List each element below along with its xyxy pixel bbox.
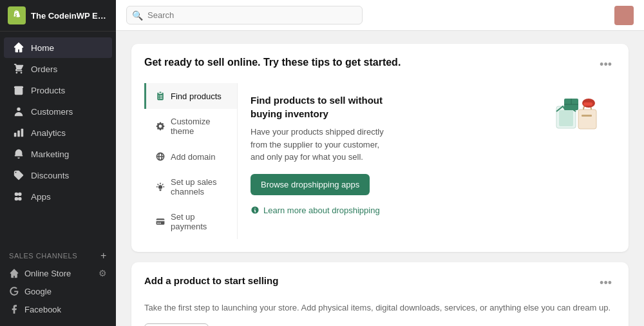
- analytics-icon: [13, 127, 24, 139]
- sidebar-item-home-label: Home: [31, 43, 54, 53]
- tip-item-payments[interactable]: Set up payments: [144, 204, 237, 239]
- sidebar-channel-google[interactable]: Google: [0, 282, 116, 300]
- sidebar-channel-facebook[interactable]: Facebook: [0, 300, 116, 318]
- topbar: 🔍: [116, 0, 644, 31]
- sidebar-item-analytics-label: Analytics: [31, 128, 66, 138]
- tips-more-icon[interactable]: •••: [596, 57, 616, 73]
- tip-label-add-domain: Add domain: [171, 152, 215, 162]
- customize-icon: [155, 121, 166, 131]
- sidebar-item-discounts-label: Discounts: [31, 171, 69, 180]
- online-store-icon: [9, 268, 19, 278]
- tip-label-find-products: Find products: [171, 91, 222, 101]
- discounts-icon: [13, 169, 24, 181]
- add-product-button[interactable]: Add product: [144, 323, 209, 327]
- tip-content-title: Find products to sell without buying inv…: [251, 93, 392, 120]
- add-product-description: Take the first step to launching your st…: [144, 302, 616, 314]
- tip-content-description: Have your products shipped directly from…: [251, 126, 392, 164]
- products-icon: [13, 84, 24, 96]
- domain-icon: [155, 151, 166, 162]
- sidebar-header: The CodeinWP Empori...: [0, 0, 116, 32]
- sidebar-item-products-label: Products: [31, 86, 65, 95]
- sidebar: The CodeinWP Empori... Home Orders Produ…: [0, 0, 116, 326]
- marketing-icon: [13, 148, 24, 160]
- svg-rect-8: [583, 102, 592, 106]
- main-wrapper: 🔍 Get ready to sell online. Try these ti…: [116, 0, 644, 326]
- sidebar-item-marketing-label: Marketing: [31, 149, 69, 159]
- content-area: Get ready to sell online. Try these tips…: [116, 31, 644, 326]
- find-products-icon: [155, 91, 166, 101]
- facebook-label: Facebook: [24, 305, 61, 314]
- tip-label-sales-channels: Set up sales channels: [171, 177, 228, 197]
- search-bar: 🔍: [126, 6, 363, 24]
- tips-card-header: Get ready to sell online. Try these tips…: [144, 57, 616, 73]
- sidebar-item-analytics[interactable]: Analytics: [4, 122, 112, 143]
- sales-channels-icon: [155, 182, 166, 192]
- tips-list: Find products Customize theme Add domain: [144, 83, 238, 239]
- sidebar-channel-online-store[interactable]: Online Store ⚙: [0, 264, 116, 282]
- online-store-label: Online Store: [24, 269, 71, 278]
- svg-rect-1: [559, 110, 573, 126]
- tips-card: Get ready to sell online. Try these tips…: [131, 44, 629, 252]
- payments-icon: [155, 216, 166, 227]
- search-input[interactable]: [126, 6, 363, 24]
- tip-item-sales-channels[interactable]: Set up sales channels: [144, 169, 237, 204]
- sidebar-item-discounts[interactable]: Discounts: [4, 165, 112, 186]
- sidebar-item-orders[interactable]: Orders: [4, 59, 112, 79]
- sidebar-item-products[interactable]: Products: [4, 80, 112, 101]
- store-name: The CodeinWP Empori...: [31, 11, 108, 21]
- sidebar-item-customers-label: Customers: [31, 107, 73, 117]
- search-icon: 🔍: [132, 10, 143, 21]
- active-tip-content: Find products to sell without buying inv…: [238, 83, 616, 239]
- sidebar-item-apps[interactable]: Apps: [4, 186, 112, 207]
- home-icon: [13, 42, 24, 53]
- facebook-icon: [9, 304, 19, 314]
- dropshipping-illustration: [551, 93, 603, 139]
- svg-rect-2: [578, 110, 596, 129]
- learn-more-label: Learn more about dropshipping: [263, 206, 380, 215]
- svg-rect-3: [582, 115, 592, 117]
- customers-icon: [13, 106, 24, 117]
- add-channel-icon[interactable]: +: [100, 250, 107, 262]
- tip-label-customize: Customize theme: [171, 117, 228, 136]
- add-product-card: Add a product to start selling ••• Take …: [131, 262, 629, 326]
- shopify-logo: [8, 6, 26, 24]
- learn-more-link[interactable]: Learn more about dropshipping: [251, 206, 603, 215]
- add-product-card-header: Add a product to start selling •••: [144, 275, 616, 291]
- add-product-title: Add a product to start selling: [144, 275, 278, 286]
- tips-layout: Find products Customize theme Add domain: [144, 83, 616, 239]
- tip-item-add-domain[interactable]: Add domain: [144, 144, 237, 169]
- tip-label-payments: Set up payments: [171, 212, 228, 231]
- sidebar-item-home[interactable]: Home: [4, 37, 112, 58]
- google-icon: [9, 286, 19, 296]
- sidebar-nav: Home Orders Products Customers Analytics…: [0, 32, 116, 241]
- tips-card-title: Get ready to sell online. Try these tips…: [144, 57, 401, 68]
- sales-channels-label: SALES CHANNELS: [9, 252, 77, 260]
- avatar: [614, 6, 634, 25]
- tip-item-find-products[interactable]: Find products: [144, 83, 237, 109]
- channel-settings-icon[interactable]: ⚙: [99, 268, 107, 278]
- tip-item-customize-theme[interactable]: Customize theme: [144, 109, 237, 144]
- google-label: Google: [24, 287, 52, 296]
- sales-channels-section: SALES CHANNELS +: [0, 244, 116, 264]
- sidebar-item-marketing[interactable]: Marketing: [4, 144, 112, 164]
- apps-icon: [13, 191, 24, 202]
- sidebar-item-customers[interactable]: Customers: [4, 101, 112, 122]
- info-icon: [251, 206, 260, 215]
- browse-dropshipping-button[interactable]: Browse dropshipping apps: [251, 174, 370, 195]
- orders-icon: [13, 63, 24, 75]
- add-product-more-icon[interactable]: •••: [596, 275, 616, 291]
- sidebar-item-orders-label: Orders: [31, 64, 57, 74]
- sidebar-item-apps-label: Apps: [31, 192, 51, 202]
